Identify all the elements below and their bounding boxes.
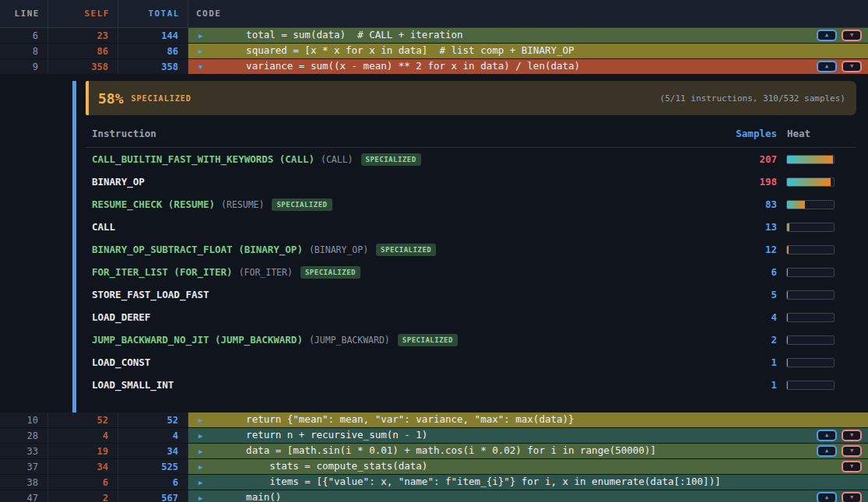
code-cell[interactable]: ▶ stats = compute_stats(data) ▼ xyxy=(188,459,868,474)
self-samples: 86 xyxy=(48,44,118,58)
jump-down-button[interactable]: ▼ xyxy=(842,430,862,441)
jump-up-button[interactable]: ▲ xyxy=(817,430,837,441)
jump-up-button[interactable]: ▲ xyxy=(817,61,837,72)
heat-cell xyxy=(786,177,856,187)
code-line-row[interactable]: 10 52 52 ▶ return {"mean": mean, "var": … xyxy=(0,412,868,428)
code-text: main() xyxy=(223,493,281,502)
specialized-badge: SPECIALIZED xyxy=(398,334,458,346)
col-header-code: CODE xyxy=(188,0,868,27)
heat-bar xyxy=(786,200,835,209)
instruction-base-opcode: (FOR_ITER) xyxy=(239,267,293,278)
heat-cell xyxy=(786,313,856,322)
heat-cell xyxy=(786,268,856,277)
line-number: 28 xyxy=(0,428,48,443)
code-cell[interactable]: ▶ squared = [x * x for x in data] # list… xyxy=(188,44,868,58)
heat-bar xyxy=(786,155,835,164)
expander-icon[interactable]: ▶ xyxy=(188,32,223,40)
jump-up-button[interactable]: ▲ xyxy=(817,445,837,457)
self-samples: 358 xyxy=(48,59,118,74)
instruction-row: LOAD_SMALL_INT 1 xyxy=(86,374,856,396)
expander-icon[interactable]: ▶ xyxy=(188,494,223,502)
code-text: total = sum(data) # CALL + iteration xyxy=(223,30,463,40)
specialized-badge: SPECIALIZED xyxy=(376,244,436,256)
heat-bar-fill xyxy=(786,155,833,164)
instruction-name: JUMP_BACKWARD_NO_JIT (JUMP_BACKWARD) xyxy=(92,334,303,346)
instruction-cell: LOAD_DEREF xyxy=(86,311,708,323)
instruction-cell: LOAD_CONST xyxy=(86,356,708,368)
line-number: 38 xyxy=(0,475,48,490)
heat-bar xyxy=(786,358,835,367)
jump-down-button[interactable]: ▼ xyxy=(842,492,862,502)
code-line-row[interactable]: 47 2 567 ▶ main() ▲ ▼ xyxy=(0,490,868,502)
code-cell[interactable]: ▶ items = [{"value": x, "name": f"item_{… xyxy=(188,475,868,490)
instruction-row: BINARY_OP_SUBTRACT_FLOAT (BINARY_OP) (BI… xyxy=(86,238,856,261)
jump-buttons: ▲ ▼ xyxy=(817,445,868,457)
jump-up-button[interactable]: ▲ xyxy=(817,492,837,502)
col-header-heat: Heat xyxy=(786,128,856,139)
specialized-label: SPECIALIZED xyxy=(132,94,192,103)
instruction-samples: 2 xyxy=(708,334,786,346)
self-samples: 34 xyxy=(48,459,118,474)
code-line-row[interactable]: 6 23 144 ▶ total = sum(data) # CALL + it… xyxy=(0,28,868,44)
instruction-cell: BINARY_OP xyxy=(86,176,708,188)
heat-bar xyxy=(786,245,835,255)
instruction-name: CALL xyxy=(92,221,115,233)
expander-icon[interactable]: ▶ xyxy=(188,416,223,424)
expander-icon[interactable]: ▶ xyxy=(188,448,223,455)
instruction-base-opcode: (CALL) xyxy=(321,154,353,165)
code-cell[interactable]: ▶ return {"mean": mean, "var": variance,… xyxy=(188,412,868,427)
code-cell[interactable]: ▶ return n + recursive_sum(n - 1) ▲ ▼ xyxy=(188,428,868,443)
code-cell[interactable]: ▼ variance = sum((x - mean) ** 2 for x i… xyxy=(188,59,868,74)
jump-down-button[interactable]: ▼ xyxy=(842,61,862,72)
self-samples: 2 xyxy=(48,490,118,502)
instruction-name: LOAD_CONST xyxy=(92,356,150,368)
instruction-cell: FOR_ITER_LIST (FOR_ITER) (FOR_ITER) SPEC… xyxy=(86,266,708,279)
heat-bar-fill xyxy=(786,290,788,300)
code-cell[interactable]: ▶ data = [math.sin(i * 0.01) + math.cos(… xyxy=(188,444,868,458)
total-samples: 6 xyxy=(118,475,188,490)
code-text: variance = sum((x - mean) ** 2 for x in … xyxy=(223,61,580,72)
jump-buttons: ▲ ▼ xyxy=(817,30,868,41)
expander-icon[interactable]: ▶ xyxy=(188,432,223,440)
expander-icon[interactable]: ▶ xyxy=(188,463,223,471)
code-line-row[interactable]: 38 6 6 ▶ items = [{"value": x, "name": f… xyxy=(0,475,868,490)
instruction-cell: BINARY_OP_SUBTRACT_FLOAT (BINARY_OP) (BI… xyxy=(86,244,708,256)
code-line-row[interactable]: 33 19 34 ▶ data = [math.sin(i * 0.01) + … xyxy=(0,444,868,459)
specialization-summary: 58% SPECIALIZED (5/11 instructions, 310/… xyxy=(86,81,856,115)
specialization-stats: (5/11 instructions, 310/532 samples) xyxy=(660,93,845,104)
heat-bar xyxy=(786,223,835,232)
instruction-row: LOAD_DEREF 4 xyxy=(86,306,856,328)
jump-up-button[interactable]: ▲ xyxy=(817,30,837,41)
expanded-detail-region: 58% SPECIALIZED (5/11 instructions, 310/… xyxy=(0,81,868,412)
jump-buttons: ▲ ▼ xyxy=(817,492,868,502)
specialized-badge: SPECIALIZED xyxy=(361,153,421,166)
code-cell[interactable]: ▶ total = sum(data) # CALL + iteration ▲… xyxy=(188,28,868,43)
expander-icon[interactable]: ▼ xyxy=(188,63,223,71)
col-header-samples: Samples xyxy=(708,128,786,139)
self-samples: 4 xyxy=(48,428,118,443)
jump-down-button[interactable]: ▼ xyxy=(842,445,862,457)
code-line-row[interactable]: 9 358 358 ▼ variance = sum((x - mean) **… xyxy=(0,59,868,75)
code-line-row[interactable]: 8 86 86 ▶ squared = [x * x for x in data… xyxy=(0,44,868,59)
line-number: 33 xyxy=(0,444,48,458)
instruction-base-opcode: (JUMP_BACKWARD) xyxy=(309,335,390,346)
expander-icon[interactable]: ▶ xyxy=(188,47,223,55)
total-samples: 144 xyxy=(118,28,188,43)
expander-icon[interactable]: ▶ xyxy=(188,479,223,486)
code-line-row[interactable]: 28 4 4 ▶ return n + recursive_sum(n - 1)… xyxy=(0,428,868,444)
heat-cell xyxy=(786,223,856,232)
self-samples: 52 xyxy=(48,412,118,427)
code-cell[interactable]: ▶ main() ▲ ▼ xyxy=(188,490,868,502)
code-text: squared = [x * x for x in data] # list c… xyxy=(223,46,575,56)
code-line-row[interactable]: 37 34 525 ▶ stats = compute_stats(data) … xyxy=(0,459,868,475)
instruction-cell: CALL xyxy=(86,221,708,233)
heat-bar-fill xyxy=(786,245,789,255)
instruction-name: BINARY_OP_SUBTRACT_FLOAT (BINARY_OP) xyxy=(92,244,303,255)
self-samples: 6 xyxy=(48,475,118,490)
instruction-name: FOR_ITER_LIST (FOR_ITER) xyxy=(92,266,233,278)
code-text: return n + recursive_sum(n - 1) xyxy=(223,430,427,441)
heat-bar-fill xyxy=(786,313,788,322)
jump-down-button[interactable]: ▼ xyxy=(842,30,862,41)
instruction-samples: 12 xyxy=(708,244,786,255)
jump-down-button[interactable]: ▼ xyxy=(842,461,862,472)
